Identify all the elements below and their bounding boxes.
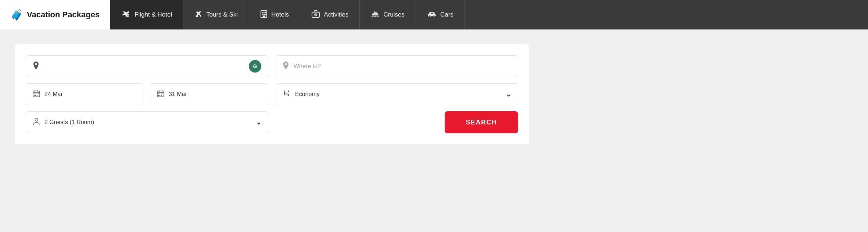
date-from-value: 24 Mar (44, 91, 137, 98)
svg-rect-7 (262, 14, 263, 15)
main-content: G (0, 29, 868, 232)
svg-rect-4 (262, 12, 263, 13)
svg-rect-27 (34, 95, 35, 96)
svg-rect-0 (126, 14, 129, 17)
tab-flight-hotel[interactable]: Flight & Hotel (110, 0, 183, 29)
cabin-class-value: Economy (295, 91, 501, 98)
svg-rect-24 (35, 94, 36, 94)
svg-rect-33 (158, 94, 159, 94)
guests-field[interactable]: 2 Guests (1 Room) ⌄ (26, 111, 268, 133)
destination-field[interactable]: Where to? (276, 55, 518, 77)
svg-rect-1 (127, 15, 128, 15)
calendar-from-icon (33, 90, 40, 99)
svg-point-40 (35, 118, 38, 121)
date-to-value: 31 Mar (169, 91, 261, 98)
svg-rect-38 (159, 95, 160, 96)
left-column: G (26, 55, 268, 133)
tab-cruises-label: Cruises (383, 11, 405, 18)
svg-rect-6 (265, 12, 266, 13)
svg-rect-18 (431, 13, 432, 14)
cabin-chevron-icon: ⌄ (506, 90, 511, 98)
svg-point-17 (433, 15, 435, 17)
svg-rect-5 (263, 12, 265, 13)
svg-point-41 (288, 91, 289, 92)
calendar-to-icon (157, 90, 164, 99)
search-button-row: SEARCH (276, 111, 518, 133)
cabin-class-field[interactable]: Economy ⌄ (276, 83, 518, 105)
svg-rect-9 (265, 14, 266, 15)
tab-activities[interactable]: Activities (300, 0, 360, 29)
tab-tours-ski-label: Tours & Ski (206, 11, 238, 18)
svg-rect-2 (128, 15, 129, 15)
brand-logo[interactable]: 🧳 Vacation Packages (0, 0, 110, 29)
dates-row: 24 Mar (26, 83, 268, 105)
tab-tours-ski[interactable]: Tours & Ski (183, 0, 249, 29)
svg-rect-10 (263, 15, 265, 17)
nav-tabs-container: Flight & Hotel Tours & Ski (110, 0, 868, 29)
brand-icon: 🧳 (10, 9, 23, 21)
tab-hotels-label: Hotels (271, 11, 289, 18)
guests-value: 2 Guests (1 Room) (44, 119, 251, 126)
flight-hotel-icon (121, 10, 131, 20)
svg-rect-29 (37, 95, 37, 96)
tours-ski-icon (194, 10, 202, 20)
svg-rect-26 (38, 94, 39, 94)
guests-icon (33, 117, 40, 127)
hotels-icon (260, 10, 268, 20)
svg-point-16 (429, 15, 431, 17)
cruises-icon (371, 10, 380, 20)
search-button[interactable]: SEARCH (445, 111, 518, 133)
svg-rect-25 (37, 94, 37, 94)
user-badge: G (249, 60, 261, 73)
svg-rect-22 (37, 90, 38, 92)
tab-activities-label: Activities (324, 11, 348, 18)
destination-placeholder: Where to? (294, 63, 511, 70)
brand-label: Vacation Packages (27, 10, 100, 20)
svg-rect-23 (34, 94, 35, 94)
seat-icon (283, 89, 291, 99)
activities-icon (311, 10, 320, 20)
svg-rect-8 (263, 14, 265, 15)
destination-pin-icon (283, 61, 289, 71)
tab-cruises[interactable]: Cruises (360, 0, 416, 29)
tab-cars[interactable]: Cars (416, 0, 465, 29)
svg-rect-32 (162, 90, 162, 92)
tab-hotels[interactable]: Hotels (249, 0, 300, 29)
svg-rect-31 (159, 90, 159, 92)
top-navigation: 🧳 Vacation Packages Flight & Hotel (0, 0, 868, 29)
tab-flight-hotel-label: Flight & Hotel (134, 11, 172, 18)
svg-rect-39 (161, 95, 162, 96)
svg-rect-36 (162, 94, 163, 94)
location-pin-icon (33, 61, 39, 71)
right-column: Where to? Economy ⌄ S (276, 55, 518, 133)
svg-rect-35 (161, 94, 162, 94)
svg-rect-28 (35, 95, 36, 96)
svg-rect-21 (35, 90, 35, 92)
svg-rect-34 (159, 94, 160, 94)
svg-rect-37 (158, 95, 159, 96)
svg-rect-19 (432, 13, 433, 14)
tab-cars-label: Cars (440, 11, 453, 18)
from-field[interactable]: G (26, 55, 268, 77)
cars-icon (427, 11, 437, 19)
search-grid: G (26, 55, 518, 133)
date-from-field[interactable]: 24 Mar (26, 83, 144, 105)
date-to-field[interactable]: 31 Mar (150, 83, 268, 105)
guests-chevron-icon: ⌄ (256, 118, 261, 126)
search-panel: G (15, 44, 529, 144)
svg-point-13 (315, 14, 316, 15)
